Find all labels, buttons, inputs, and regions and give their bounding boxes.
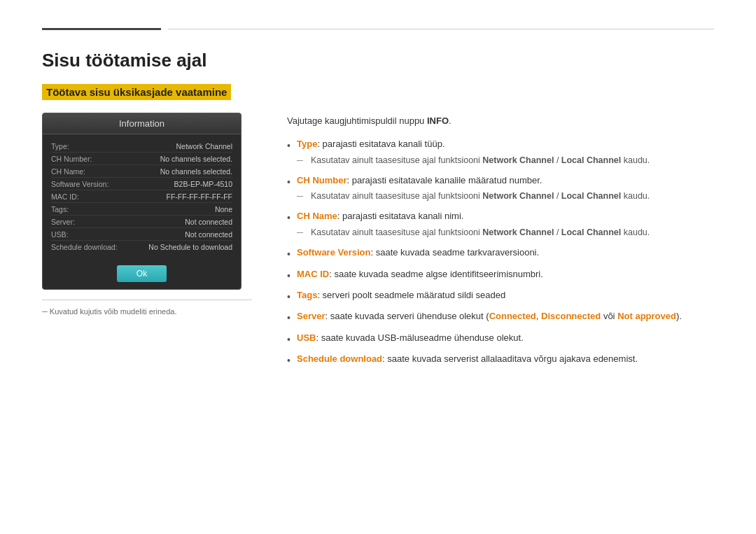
sub-note: ─ Kasutatav ainult taasesituse ajal funk…: [297, 189, 714, 203]
bullet-dot: •: [287, 289, 297, 304]
bullet-content: Type: parajasti esitatava kanali tüüp. ─…: [297, 137, 714, 169]
row-value: FF-FF-FF-FF-FF-FF: [121, 192, 232, 201]
bullet-list: • Type: parajasti esitatava kanali tüüp.…: [287, 137, 714, 369]
row-label: USB:: [51, 230, 121, 239]
left-panel: Information Type: Network Channel CH Num…: [42, 113, 252, 316]
keyword-software-version: Software Version: [297, 247, 370, 258]
note-text: ─ Kuvatud kujutis võib mudeliti erineda.: [42, 307, 176, 316]
row-value: Not connected: [121, 230, 232, 239]
intro-text-before: Vajutage kaugjuhtimispuldil nuppu: [287, 115, 427, 126]
row-label: Type:: [51, 142, 121, 150]
row-label: CH Number:: [51, 155, 121, 163]
keyword-schedule-download: Schedule download: [297, 353, 382, 364]
mac-id-text: : saate kuvada seadme algse identifitsee…: [329, 269, 543, 279]
tags-text: : serveri poolt seadmele määratud sildi …: [317, 290, 505, 300]
right-panel: Vajutage kaugjuhtimispuldil nuppu INFO. …: [287, 113, 714, 374]
subnote-text: Kasutatav ainult taasesituse ajal funkts…: [311, 189, 650, 203]
table-row: CH Number: No channels selected.: [51, 153, 232, 165]
server-comma: ,: [536, 311, 541, 321]
sub-note: ─ Kasutatav ainult taasesituse ajal funk…: [297, 225, 714, 239]
keyword-type: Type: [297, 139, 317, 149]
row-value: B2B-EP-MP-4510: [121, 180, 232, 188]
dialog-body: Type: Network Channel CH Number: No chan…: [43, 134, 241, 258]
list-item: • USB: saate kuvada USB-mäluseadme ühend…: [287, 331, 714, 347]
server-text: : saate kuvada serveri ühenduse olekut (: [325, 311, 489, 321]
row-value: None: [121, 205, 232, 213]
bullet-content: Tags: serveri poolt seadmele määratud si…: [297, 288, 714, 303]
connected-text: Connected: [489, 311, 536, 321]
subnote-text: Kasutatav ainult taasesituse ajal funkts…: [311, 225, 650, 239]
network-channel: Network Channel: [482, 227, 554, 237]
list-item: • Tags: serveri poolt seadmele määratud …: [287, 288, 714, 304]
bullet-content: Server: saate kuvada serveri ühenduse ol…: [297, 309, 714, 324]
top-line-light: [168, 29, 714, 29]
keyword-mac-id: MAC ID: [297, 269, 329, 279]
table-row: CH Name: No channels selected.: [51, 165, 232, 178]
local-channel: Local Channel: [561, 191, 621, 201]
row-value: Not connected: [121, 218, 232, 226]
keyword-tags: Tags: [297, 290, 317, 300]
row-label: CH Name:: [51, 167, 121, 176]
bullet-content: CH Name: parajasti esitatava kanali nimi…: [297, 209, 714, 241]
server-voi: või: [601, 311, 617, 321]
type-text: : parajasti esitatava kanali tüüp.: [317, 139, 444, 149]
table-row: Type: Network Channel: [51, 140, 232, 153]
dash: ─: [297, 225, 311, 239]
bullet-dot: •: [287, 332, 297, 347]
keyword-usb: USB: [297, 332, 316, 343]
list-item: • Software Version: saate kuvada seadme …: [287, 246, 714, 262]
intro-paragraph: Vajutage kaugjuhtimispuldil nuppu INFO.: [287, 114, 714, 129]
note-line: ─ Kuvatud kujutis võib mudeliti erineda.: [42, 300, 252, 316]
bullet-dot: •: [287, 174, 297, 190]
intro-text-after: .: [449, 115, 451, 126]
row-label: Schedule download:: [51, 243, 121, 251]
bullet-dot: •: [287, 210, 297, 225]
table-row: Software Version: B2B-EP-MP-4510: [51, 178, 232, 190]
ch-name-text: : parajasti esitatava kanali nimi.: [337, 211, 464, 221]
bullet-dot: •: [287, 268, 297, 283]
not-approved-text: Not approved: [617, 311, 676, 321]
bullet-content: MAC ID: saate kuvada seadme algse identi…: [297, 267, 714, 282]
dialog-footer: Ok: [43, 258, 241, 289]
info-dialog: Information Type: Network Channel CH Num…: [42, 113, 241, 290]
bullet-dot: •: [287, 138, 297, 153]
bullet-content: Software Version: saate kuvada seadme ta…: [297, 246, 714, 260]
disconnected-text: Disconnected: [541, 311, 601, 321]
top-line-dark: [42, 28, 161, 30]
local-channel: Local Channel: [561, 155, 621, 165]
subnote-text: Kasutatav ainult taasesituse ajal funkts…: [311, 153, 650, 167]
usb-text: : saate kuvada USB-mäluseadme ühenduse o…: [316, 332, 523, 343]
row-label: MAC ID:: [51, 192, 121, 201]
keyword-server: Server: [297, 311, 325, 321]
row-label: Tags:: [51, 205, 121, 213]
bullet-content: CH Number: parajasti esitatavale kanalil…: [297, 174, 714, 205]
bullet-content: USB: saate kuvada USB-mäluseadme ühendus…: [297, 331, 714, 346]
list-item: • Type: parajasti esitatava kanali tüüp.…: [287, 137, 714, 169]
top-divider: [42, 28, 714, 30]
page-title: Sisu töötamise ajal: [42, 50, 714, 71]
ch-number-text: : parajasti esitatavale kanalile määratu…: [347, 175, 542, 185]
keyword-ch-number: CH Number: [297, 175, 347, 185]
list-item: • Server: saate kuvada serveri ühenduse …: [287, 309, 714, 325]
table-row: Server: Not connected: [51, 216, 232, 228]
row-value: No Schedule to download: [121, 243, 232, 251]
schedule-download-text: : saate kuvada serverist allalaaditava v…: [382, 353, 638, 364]
content-area: Information Type: Network Channel CH Num…: [42, 113, 714, 374]
ok-button[interactable]: Ok: [117, 265, 167, 282]
bullet-dot: •: [287, 353, 297, 368]
sub-note: ─ Kasutatav ainult taasesituse ajal funk…: [297, 153, 714, 167]
server-end: ).: [676, 311, 682, 321]
network-channel: Network Channel: [482, 191, 554, 201]
list-item: • MAC ID: saate kuvada seadme algse iden…: [287, 267, 714, 283]
local-channel: Local Channel: [561, 227, 621, 237]
intro-keyword: INFO: [427, 115, 449, 126]
bullet-dot: •: [287, 310, 297, 325]
section-title: Töötava sisu üksikasjade vaatamine: [42, 84, 231, 100]
dash: ─: [297, 189, 311, 203]
table-row: Tags: None: [51, 203, 232, 216]
keyword-ch-name: CH Name: [297, 211, 337, 221]
table-row: Schedule download: No Schedule to downlo…: [51, 241, 232, 253]
bullet-content: Schedule download: saate kuvada serveris…: [297, 352, 714, 367]
row-label: Software Version:: [51, 180, 121, 188]
list-item: • CH Name: parajasti esitatava kanali ni…: [287, 209, 714, 241]
